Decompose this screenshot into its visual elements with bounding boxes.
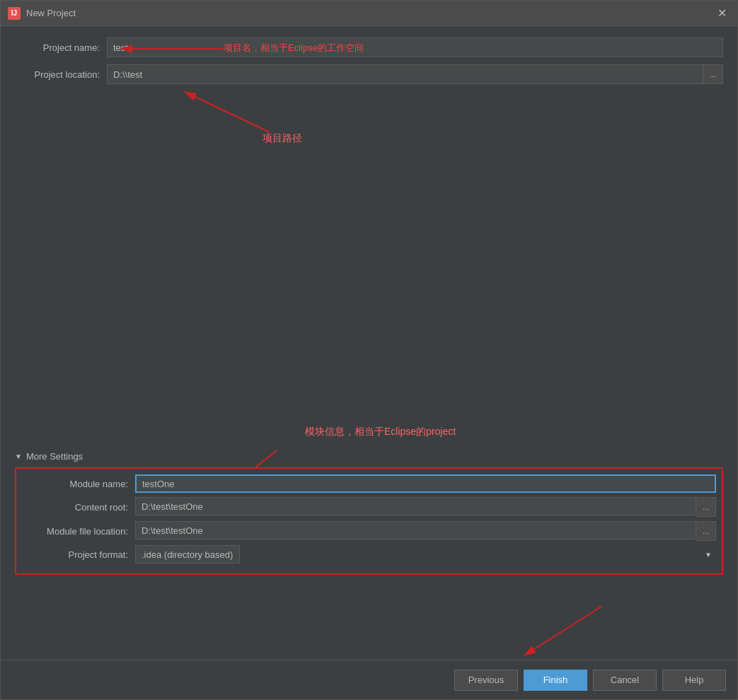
- content-root-label: Content root:: [22, 502, 135, 513]
- collapse-icon: ▼: [15, 453, 22, 460]
- module-file-location-row: Module file location: ...: [16, 521, 722, 541]
- svg-line-4: [524, 606, 602, 655]
- more-settings-label: More Settings: [26, 451, 83, 462]
- title-bar: IJ New Project ✕: [1, 1, 737, 26]
- project-name-row: Project name:: [15, 37, 723, 57]
- cancel-button[interactable]: Cancel: [593, 670, 657, 691]
- project-location-input[interactable]: [107, 64, 703, 84]
- select-arrow-icon: ▼: [705, 551, 712, 559]
- module-name-input[interactable]: [135, 474, 716, 493]
- more-settings-box: Module name: Content root: ... Module: [15, 467, 723, 575]
- finish-button[interactable]: Finish: [524, 670, 587, 691]
- content-area: Project name: 项目名，相当于Eclipse的工作空间 Projec…: [1, 26, 737, 660]
- annotation-project-location: 项目路径: [263, 132, 302, 145]
- project-location-row: Project location: ...: [15, 64, 723, 84]
- project-location-label: Project location:: [15, 69, 107, 80]
- project-format-select[interactable]: .idea (directory based) .ipr (file based…: [135, 545, 240, 564]
- more-settings-header[interactable]: ▼ More Settings: [15, 451, 723, 462]
- dialog-title: New Project: [26, 8, 713, 18]
- content-root-input[interactable]: [135, 497, 696, 515]
- module-file-location-browse-button[interactable]: ...: [696, 521, 716, 541]
- module-file-location-label: Module file location:: [22, 526, 135, 537]
- content-root-browse-button[interactable]: ...: [696, 497, 716, 517]
- app-icon: IJ: [8, 7, 21, 20]
- annotation-module-info: 模块信息，相当于Eclipse的project: [305, 426, 456, 438]
- project-location-browse-button[interactable]: ...: [703, 64, 723, 84]
- svg-line-2: [185, 92, 270, 132]
- new-project-dialog: IJ New Project ✕ Project n: [0, 0, 738, 700]
- module-name-label: Module name:: [22, 479, 135, 489]
- module-name-row: Module name:: [16, 474, 722, 493]
- project-name-input[interactable]: [107, 37, 723, 57]
- project-location-input-group: ...: [107, 64, 723, 84]
- module-file-location-input-group: ...: [135, 521, 716, 541]
- more-settings-section: ▼ More Settings Module name: Content roo…: [1, 451, 737, 575]
- content-root-row: Content root: ...: [16, 497, 722, 517]
- footer: Previous Finish Cancel Help: [1, 660, 737, 699]
- project-name-label: Project name:: [15, 42, 107, 53]
- content-root-input-group: ...: [135, 497, 716, 517]
- close-button[interactable]: ✕: [713, 5, 730, 22]
- project-format-select-wrapper: .idea (directory based) .ipr (file based…: [135, 545, 716, 564]
- module-file-location-input[interactable]: [135, 521, 696, 539]
- help-button[interactable]: Help: [662, 670, 726, 691]
- project-format-label: Project format:: [22, 549, 135, 560]
- previous-button[interactable]: Previous: [454, 670, 518, 691]
- project-format-row: Project format: .idea (directory based) …: [16, 545, 722, 564]
